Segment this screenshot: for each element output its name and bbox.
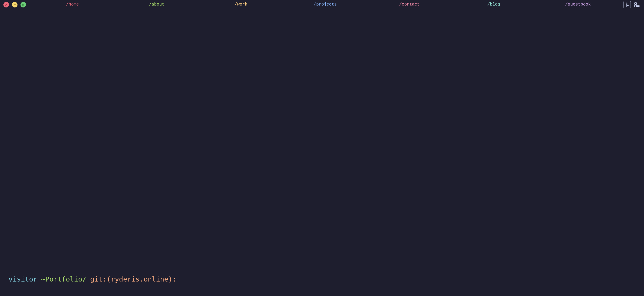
tab-label: /blog (487, 2, 500, 7)
tab-label: /home (66, 2, 79, 7)
tab-projects[interactable]: /projects (283, 0, 368, 9)
terminal-window: /home /about /work /projects /contact /b… (0, 0, 644, 296)
svg-rect-10 (634, 5, 636, 7)
tab-about[interactable]: /about (114, 0, 199, 9)
minimize-icon (13, 3, 16, 6)
prompt-user: visitor (8, 275, 37, 283)
tab-work[interactable]: /work (199, 0, 283, 9)
tabs-container: /home /about /work /projects /contact /b… (30, 0, 620, 9)
sliders-icon (625, 2, 630, 7)
tab-guestbook[interactable]: /guestbook (536, 0, 620, 9)
layout-button[interactable] (633, 1, 640, 8)
tab-label: /work (234, 2, 247, 7)
tab-label: /guestbook (565, 2, 591, 7)
svg-rect-9 (634, 2, 636, 4)
maximize-icon (22, 3, 25, 6)
tab-label: /about (149, 2, 164, 7)
minimize-button[interactable] (12, 2, 18, 7)
close-button[interactable] (4, 2, 9, 7)
tab-label: /projects (314, 2, 337, 7)
toolbar-buttons (620, 1, 640, 8)
close-icon (5, 3, 8, 6)
tab-label: /contact (399, 2, 420, 7)
tab-blog[interactable]: /blog (452, 0, 536, 9)
tab-contact[interactable]: /contact (367, 0, 452, 9)
window-controls (4, 2, 30, 7)
layout-list-icon (634, 2, 640, 7)
settings-button[interactable] (624, 1, 631, 8)
terminal-body[interactable]: visitor ~Portfolio/ git:(ryderis.online)… (0, 9, 644, 296)
maximize-button[interactable] (20, 2, 26, 7)
tab-home[interactable]: /home (30, 0, 114, 9)
prompt-git: git:(ryderis.online): (90, 275, 177, 283)
prompt-path: ~Portfolio/ (41, 275, 86, 283)
cursor (180, 273, 180, 282)
titlebar: /home /about /work /projects /contact /b… (0, 0, 644, 9)
prompt-line: visitor ~Portfolio/ git:(ryderis.online)… (8, 273, 636, 283)
